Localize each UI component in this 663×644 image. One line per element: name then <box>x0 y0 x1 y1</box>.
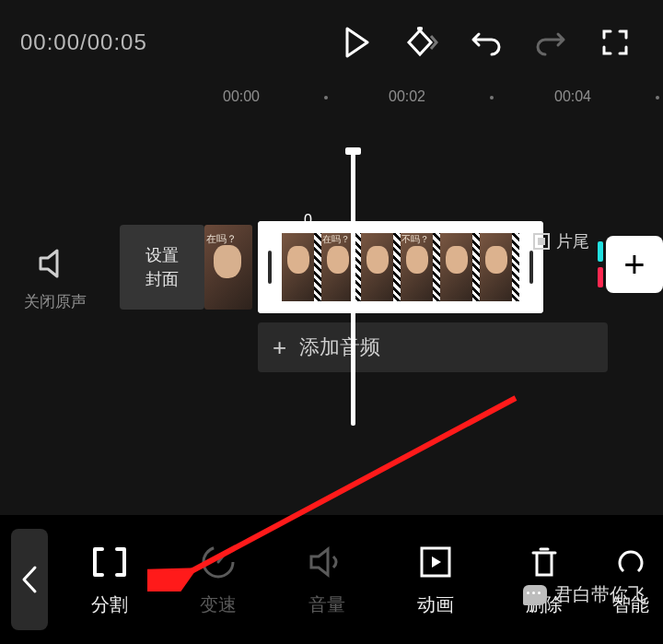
ruler-tick <box>656 96 659 100</box>
keyframe-add-icon <box>403 27 440 58</box>
ending-label: 片尾 <box>556 230 589 252</box>
smart-icon <box>614 543 647 581</box>
svg-line-6 <box>218 553 226 562</box>
tool-speed[interactable]: 变速 <box>164 543 273 617</box>
keyframe-button[interactable] <box>394 15 449 70</box>
ruler-mark: 00:02 <box>389 88 425 105</box>
timeline-area[interactable]: 关闭原声 设置 封面 在吗？ 0 在吗？ 不吗？ 片尾 <box>0 112 663 509</box>
clip-frames: 在吗？ 不吗？ <box>282 233 519 301</box>
ending-icon <box>532 232 551 251</box>
speed-icon <box>200 543 237 581</box>
undo-icon <box>470 29 503 56</box>
tool-label: 音量 <box>308 592 345 617</box>
watermark: 君白带你飞 <box>523 582 646 607</box>
tool-volume[interactable]: 音量 <box>273 543 381 617</box>
fullscreen-button[interactable] <box>587 15 643 70</box>
bottom-toolbar: 分割 变速 音量 动画 <box>0 515 663 644</box>
play-icon <box>343 27 371 58</box>
add-audio-button[interactable]: + 添加音频 <box>258 322 608 372</box>
selected-clip[interactable]: 在吗？ 不吗？ <box>258 221 543 313</box>
tool-label: 动画 <box>417 592 454 617</box>
animation-icon <box>418 543 453 581</box>
wechat-icon <box>523 585 547 605</box>
mute-original-label: 关闭原声 <box>9 291 101 312</box>
clip-left-handle[interactable] <box>258 221 282 313</box>
set-cover-label-1: 设置 <box>145 243 179 267</box>
timecode: 00:00/00:05 <box>20 29 147 55</box>
undo-button[interactable] <box>459 15 514 70</box>
watermark-text: 君白带你飞 <box>554 582 646 607</box>
volume-icon <box>308 543 346 581</box>
time-ruler[interactable]: 00:00 00:02 00:04 <box>0 85 663 112</box>
set-cover-label-2: 封面 <box>145 267 179 291</box>
add-audio-label: 添加音频 <box>299 334 380 361</box>
redo-button[interactable] <box>523 15 578 70</box>
ruler-mark: 00:04 <box>554 88 591 105</box>
tool-label: 分割 <box>91 592 128 617</box>
tool-split[interactable]: 分割 <box>55 543 164 617</box>
playhead[interactable] <box>351 149 355 426</box>
ruler-tick <box>490 96 494 100</box>
speaker-icon <box>9 247 101 284</box>
plus-icon: + <box>273 334 286 362</box>
ruler-mark: 00:00 <box>223 88 260 105</box>
add-clip-button[interactable]: + <box>606 236 663 293</box>
ruler-tick <box>324 96 328 100</box>
tool-label: 变速 <box>200 592 237 617</box>
plus-icon: + <box>623 244 645 286</box>
split-icon <box>89 543 130 581</box>
ending-tag[interactable]: 片尾 <box>532 230 589 252</box>
mute-original-button[interactable]: 关闭原声 <box>9 247 101 312</box>
set-cover-button[interactable]: 设置 封面 在吗？ <box>120 225 204 310</box>
svg-rect-3 <box>538 238 545 245</box>
cover-thumbnail: 在吗？ <box>204 225 252 310</box>
play-button[interactable] <box>330 15 385 70</box>
chevron-left-icon <box>20 564 39 595</box>
redo-icon <box>534 29 567 56</box>
back-button[interactable] <box>11 529 48 630</box>
fullscreen-icon <box>601 29 629 56</box>
trash-icon <box>528 543 561 581</box>
tool-animation[interactable]: 动画 <box>381 543 490 617</box>
